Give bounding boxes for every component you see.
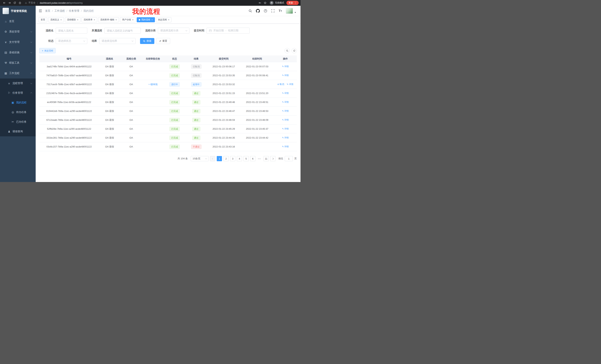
breadcrumb-item[interactable]: 首页 [45,9,50,13]
address-bar[interactable]: ⚠ 不安全 | dashboard.yudao.iocoder.cn/bpm/t… [25,1,255,4]
browser-home-icon[interactable] [18,0,22,5]
tab-item[interactable]: 首页 [39,17,47,22]
action-label: 详情 [284,74,289,77]
page-button-4[interactable]: 4 [237,156,242,161]
cell-process-name: OA 请假 [99,65,120,68]
table-row: 331bc281-7b9a-11ec-a290-acde48001122OA 请… [39,133,297,142]
page-button-3[interactable]: 3 [230,156,235,161]
update-button[interactable]: 更新 ⋮ [286,1,299,5]
tab-bar: 首页流程定义×流程模型×流程表单×流程表单-编辑×用户分组×我的流程×发起流程× [36,16,300,24]
cancel-action-link[interactable]: ⊘取消 [277,83,284,86]
status-select[interactable]: 请选择状态 [56,38,87,44]
jump-page-input[interactable] [285,156,293,161]
close-icon[interactable]: × [132,19,133,21]
detail-action-link[interactable]: ✎详情 [287,83,293,86]
security-label[interactable]: 不安全 [28,1,35,4]
sidebar-item[interactable]: ▤基础设施 [0,47,36,58]
detail-action-link[interactable]: ✎详情 [282,74,289,77]
tab-item[interactable]: 发起流程× [156,17,172,22]
tab-item[interactable]: 流程定义× [48,17,64,22]
reset-button[interactable]: ↺ 重置 [156,38,170,44]
sidebar-item[interactable]: ◎待办任务 [0,107,36,117]
sidebar-item[interactable]: ▣我的流程 [0,98,36,107]
font-size-icon[interactable]: TT [279,9,282,13]
fullscreen-icon[interactable] [271,9,275,13]
sidebar-item[interactable]: ⌂首页 [0,16,36,27]
detail-action-link[interactable]: ✎详情 [282,127,289,130]
close-icon[interactable]: × [60,19,62,21]
sidebar-item[interactable]: ⚐任务管理 [0,88,36,98]
detail-action-link[interactable]: ✎详情 [282,92,289,95]
create-process-label: 发起流程 [44,49,53,52]
category-select[interactable]: 请选择流程分类 [158,28,190,34]
process-name-input[interactable] [56,28,87,34]
pagination-pages: 123456···11 [217,156,269,161]
sidebar-item[interactable]: ⚙系统管理 [0,27,36,37]
tab-item[interactable]: 流程表单-编辑× [98,17,119,22]
sidebar-item[interactable]: ♟请假查询 [0,127,36,136]
detail-action-link[interactable]: ✎详情 [282,136,289,139]
sidebar-item[interactable]: ▦工作流程 [0,68,36,78]
page-button-2[interactable]: 2 [223,156,229,161]
cell-result: 通过 [185,127,207,131]
hamburger-menu-icon[interactable] [39,9,42,13]
github-icon[interactable] [256,9,260,13]
close-icon[interactable]: × [77,19,79,21]
help-icon[interactable] [264,9,267,13]
url-text[interactable]: dashboard.yudao.iocoder.cn/bpm/task/my [40,2,83,4]
detail-action-link[interactable]: ✎详情 [282,109,289,113]
avatar[interactable] [286,8,293,14]
pages-ellipsis-button[interactable]: ··· [257,156,262,161]
detail-action-link[interactable]: ✎详情 [282,101,289,104]
tab-item[interactable]: 用户分组× [120,17,136,22]
browser-menu-icon[interactable]: ⋮ [294,1,297,4]
close-icon[interactable]: × [151,19,153,21]
page-button-1[interactable]: 1 [217,156,222,161]
cell-process-name: OA 请假 [99,109,120,113]
tab-label: 我的流程 [141,18,150,21]
breadcrumb-item[interactable]: 任务管理 [69,9,79,13]
close-icon[interactable]: × [94,19,95,21]
bookmark-star-icon[interactable] [263,0,267,5]
detail-action-link[interactable]: ✎详情 [282,65,289,68]
tab-active[interactable]: 我的流程× [137,17,155,22]
close-icon[interactable]: × [116,19,117,21]
page-button-6[interactable]: 6 [250,156,255,161]
parent-process-input[interactable] [104,28,141,34]
close-icon[interactable]: × [168,19,170,21]
detail-action-link[interactable]: ✎详情 [282,118,289,122]
detail-action-link[interactable]: ✎详情 [282,145,289,148]
search-icon[interactable] [249,9,252,13]
chevron-right-icon [272,158,274,160]
page-button-5[interactable]: 5 [243,156,249,161]
prev-page-button[interactable] [210,156,215,161]
sidebar-item-label: 系统管理 [9,30,20,33]
breadcrumb-item[interactable]: 工作流程 [54,9,65,13]
edit-icon: ✎ [282,65,284,68]
browser-forward-icon[interactable] [7,0,12,5]
result-select[interactable]: 请选择流结果 [99,38,136,44]
page-button-11[interactable]: 11 [263,156,269,161]
refresh-button[interactable] [291,48,297,53]
next-page-button[interactable] [270,156,275,161]
chevron-down-icon[interactable] [295,12,296,13]
current-task-link[interactable]: 一级审批 [148,83,158,86]
tab-item[interactable]: 流程模型× [65,17,80,22]
toggle-search-button[interactable] [285,48,290,53]
create-process-button[interactable]: + 发起流程 [39,48,56,53]
tab-label: 用户分组 [122,18,131,21]
submit-time-range-picker[interactable]: 开始日期 - 结束日期 [207,28,250,34]
sidebar-item[interactable]: ⚒研发工具 [0,58,36,68]
password-key-icon[interactable] [257,0,262,5]
edit-icon: ✎ [282,136,284,139]
page-size-select[interactable]: 10条/页 [191,156,209,161]
table-row: 52ffd28e-7b9a-11ec-a290-acde48001122OA 请… [39,125,297,133]
sidebar-item[interactable]: ✂已办任务 [0,117,36,127]
browser-reload-icon[interactable] [12,0,17,5]
search-button[interactable]: 搜索 [140,38,154,44]
sidebar-item[interactable]: ≡流程管理 [0,78,36,88]
cell-category: OA [120,92,142,95]
tab-item[interactable]: 流程表单× [81,17,97,22]
browser-back-icon[interactable] [2,0,7,5]
sidebar-item[interactable]: ¥支付管理 [0,37,36,47]
